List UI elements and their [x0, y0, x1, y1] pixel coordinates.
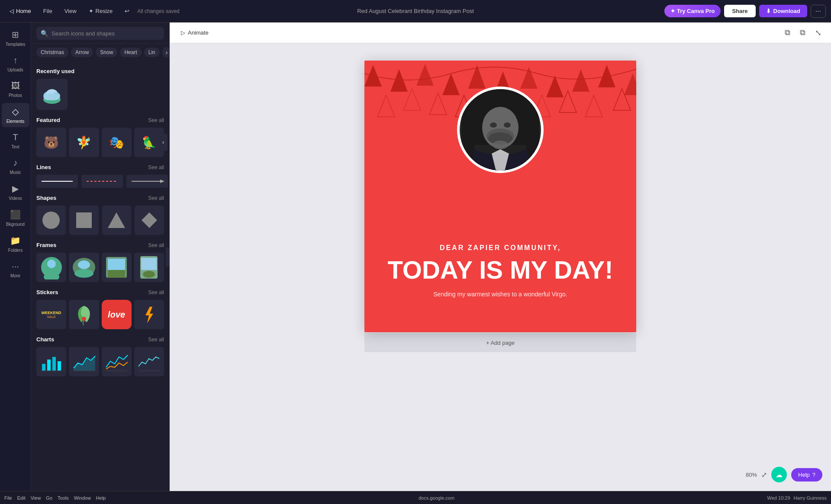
recently-used-grid	[36, 79, 164, 110]
featured-scroll-right[interactable]: ›	[159, 134, 167, 151]
frame-item-3[interactable]	[102, 253, 132, 282]
view-menu-button[interactable]: View	[60, 5, 81, 17]
try-pro-button[interactable]: ✦ Try Canva Pro	[664, 5, 721, 17]
sticker-item-2[interactable]	[69, 300, 99, 329]
download-button[interactable]: ⬇ Download	[759, 5, 807, 17]
featured-item-2[interactable]: 🧚	[69, 128, 99, 157]
sidebar-item-text[interactable]: T Text	[2, 129, 29, 153]
taskbar-window[interactable]: Window	[74, 495, 91, 501]
taskbar-edit[interactable]: Edit	[17, 495, 26, 501]
svg-marker-40	[468, 65, 486, 89]
fullscreen-button[interactable]: ⤡	[812, 26, 824, 39]
sidebar-item-uploads[interactable]: ↑ Uploads	[2, 52, 29, 76]
svg-point-64	[490, 122, 497, 128]
more-options-button[interactable]: ···	[811, 5, 826, 18]
line-dashed-item[interactable]	[81, 175, 123, 188]
canvas-scroll[interactable]: DEAR ZAPIER COMMUNITY, TODAY IS MY DAY! …	[170, 43, 831, 491]
sidebar-item-templates[interactable]: ⊞ Templates	[2, 26, 29, 50]
undo-button[interactable]: ↩	[120, 5, 134, 17]
recent-item-cloud[interactable]	[36, 79, 68, 110]
sidebar-item-photos[interactable]: 🖼 Photos	[2, 77, 29, 101]
svg-rect-21	[108, 270, 125, 278]
taskbar-user: Harry Guinness	[794, 495, 827, 501]
chart-item-2[interactable]	[69, 347, 99, 376]
download-icon: ⬇	[766, 8, 771, 14]
home-button[interactable]: ◁ Home	[5, 5, 35, 17]
tag-christmas[interactable]: Christmas	[36, 48, 68, 57]
chart-item-4[interactable]	[134, 347, 164, 376]
frame-item-4[interactable]	[134, 253, 164, 282]
chart-item-1[interactable]	[36, 347, 66, 376]
sidebar-item-more[interactable]: ··· More	[2, 258, 29, 282]
folders-icon: 📁	[10, 235, 21, 246]
elements-icon: ◇	[12, 106, 19, 117]
featured-see-all[interactable]: See all	[148, 117, 164, 123]
hide-panel-button[interactable]: ◂	[166, 247, 170, 266]
frames-see-all[interactable]: See all	[148, 242, 164, 248]
frame-item-1[interactable]	[36, 253, 66, 282]
design-canvas[interactable]: DEAR ZAPIER COMMUNITY, TODAY IS MY DAY! …	[364, 61, 636, 332]
svg-rect-23	[141, 258, 157, 270]
sidebar-item-elements[interactable]: ◇ Elements	[2, 103, 29, 127]
stickers-see-all[interactable]: See all	[148, 289, 164, 295]
triangle-icon	[107, 211, 126, 230]
zoom-expand-button[interactable]: ⤢	[761, 471, 767, 479]
sidebar-item-music[interactable]: ♪ Music	[2, 154, 29, 178]
frame-item-2[interactable]	[69, 253, 99, 282]
shape-diamond[interactable]	[135, 205, 164, 235]
svg-point-17	[78, 260, 90, 269]
bar-chart-icon	[39, 351, 64, 372]
canvas-area: ▷ Animate ⧉ ⧉ ⤡	[170, 22, 831, 491]
charts-see-all[interactable]: See all	[148, 337, 164, 343]
sidebar-item-folders[interactable]: 📁 Folders	[2, 232, 29, 256]
line-arrow-item[interactable]	[126, 175, 168, 188]
panel-scroll[interactable]: Recently used Featured See all	[31, 61, 169, 491]
tag-lin[interactable]: Lin	[144, 48, 160, 57]
lines-see-all[interactable]: See all	[148, 164, 164, 170]
shape-triangle[interactable]	[102, 205, 132, 235]
search-input[interactable]	[52, 30, 160, 37]
person-silhouette	[461, 89, 539, 171]
shape-square[interactable]	[69, 205, 99, 235]
sticker-item-1[interactable]: WEEKEND SALE	[36, 300, 66, 329]
tag-heart[interactable]: Heart	[120, 48, 141, 57]
svg-rect-20	[108, 259, 125, 270]
search-input-wrap[interactable]: 🔍	[36, 27, 164, 40]
copy-button[interactable]: ⧉	[782, 26, 793, 39]
share-button[interactable]: Share	[724, 5, 755, 17]
line-solid-item[interactable]	[36, 175, 78, 188]
shapes-see-all[interactable]: See all	[148, 195, 164, 201]
tag-snow[interactable]: Snow	[96, 48, 117, 57]
add-page-button[interactable]: + Add page	[364, 333, 636, 352]
cloud-save-button[interactable]: ☁	[771, 467, 787, 482]
sidebar-item-videos[interactable]: ▶ Videos	[2, 180, 29, 204]
help-button[interactable]: Help ?	[791, 468, 822, 482]
sidebar-item-background[interactable]: ⬛ Bkground	[2, 206, 29, 230]
text-icon: T	[13, 132, 18, 142]
tags-chevron-button[interactable]: ›	[162, 47, 169, 58]
file-menu-button[interactable]: File	[39, 5, 57, 17]
chart-item-3[interactable]	[102, 347, 132, 376]
taskbar-view[interactable]: View	[31, 495, 41, 501]
search-bar: 🔍	[31, 22, 169, 44]
sticker-leaf-icon	[73, 303, 95, 326]
taskbar-file[interactable]: File	[4, 495, 12, 501]
sticker-item-3[interactable]: love	[102, 300, 132, 329]
taskbar-tools[interactable]: Tools	[58, 495, 69, 501]
tag-arrow[interactable]: Arrow	[71, 48, 93, 57]
shape-circle[interactable]	[36, 205, 66, 235]
resize-button[interactable]: ✦ Resize	[84, 5, 117, 17]
featured-item-1[interactable]: 🐻	[36, 128, 66, 157]
duplicate-button[interactable]: ⧉	[797, 26, 808, 39]
featured-item-3[interactable]: 🎭	[102, 128, 132, 157]
svg-point-24	[143, 271, 155, 278]
sticker-item-4[interactable]	[134, 300, 164, 329]
svg-marker-45	[598, 65, 615, 87]
frames-grid	[36, 253, 164, 282]
svg-point-4	[44, 93, 60, 100]
frame-landscape-icon	[72, 255, 96, 279]
cloud-download-icon: ☁	[776, 471, 783, 479]
taskbar-help[interactable]: Help	[96, 495, 106, 501]
animate-button[interactable]: ▷ Animate	[177, 27, 213, 39]
taskbar-go[interactable]: Go	[46, 495, 52, 501]
